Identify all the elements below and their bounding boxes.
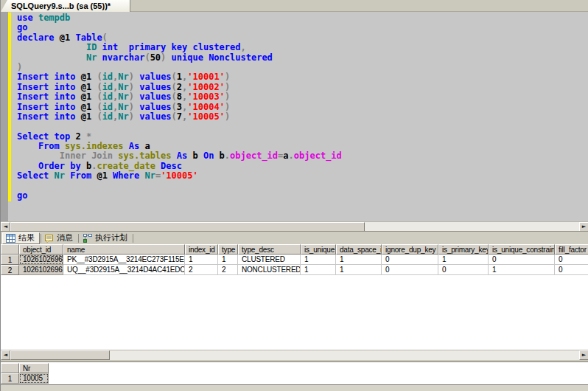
document-tab-bar: SQLQuery9.s...b (sa (55))* — [1, 0, 588, 12]
results-grid-hscrollbar[interactable]: ◄ ► — [1, 350, 588, 360]
tab-execution-plan[interactable]: 执行计划 — [80, 232, 132, 244]
grid-cell[interactable]: CLUSTERED — [238, 255, 301, 265]
grid-cell[interactable]: UQ__#3D2915A__3214D4AC41EDCAC5 — [63, 265, 185, 275]
code-line: ID int primary key clustered, — [17, 43, 342, 52]
code-line: Insert into @1 (id,Nr) values(3,'10004') — [17, 103, 342, 112]
grid-cell[interactable]: 1 — [336, 255, 382, 265]
grid-cell[interactable]: 1 — [218, 255, 238, 265]
grid-corner-cell[interactable] — [1, 363, 19, 373]
column-header-data_space_id[interactable]: data_space_id — [336, 244, 382, 255]
grid-cell[interactable]: 0 — [382, 265, 438, 275]
code-line: Insert into @1 (id,Nr) values(7,'10005') — [17, 112, 342, 122]
grid-cell[interactable]: 2 — [185, 265, 218, 275]
column-header-type[interactable]: type — [218, 244, 238, 255]
code-line: Insert into @1 (id,Nr) values(1,'10001') — [17, 72, 342, 82]
code-line: Inner Join sys.tables As b On b.object_i… — [17, 151, 342, 161]
document-tab[interactable]: SQLQuery9.s...b (sa (55))* — [1, 0, 130, 12]
grid-cell[interactable]: PK__#3D2915A__3214EC273F115E1A — [63, 255, 185, 265]
results-grid-icon — [6, 234, 15, 243]
column-header-fill_factor[interactable]: fill_factor — [555, 244, 588, 255]
editor-hscrollbar[interactable]: ◄ ► — [1, 221, 588, 231]
tab-separator — [133, 234, 133, 243]
tab-messages-label: 消息 — [57, 232, 73, 243]
results-grid-hscrollbar-thumb[interactable] — [10, 350, 110, 360]
tab-execution-plan-label: 执行计划 — [95, 232, 127, 243]
column-header-object_id[interactable]: object_id — [19, 244, 63, 255]
code-line: ) — [17, 63, 342, 72]
grid-cell[interactable]: NONCLUSTERED — [238, 265, 301, 275]
grid-corner-cell[interactable] — [1, 244, 19, 255]
row-header[interactable]: 2 — [1, 265, 19, 275]
grid-cell[interactable]: 2 — [218, 265, 238, 275]
grid-cell[interactable]: 10005 — [19, 373, 49, 384]
code-line: go — [17, 191, 342, 201]
editor-indicator-margin — [1, 12, 8, 221]
grid-cell[interactable]: 1 — [336, 265, 382, 275]
grid-cell[interactable]: 0 — [438, 265, 489, 275]
ssms-window: SQLQuery9.s...b (sa (55))* use tempdbgod… — [0, 0, 588, 391]
grid-cell[interactable]: 0 — [489, 255, 555, 265]
code-line — [17, 122, 342, 131]
grid-cell[interactable]: 0 — [382, 255, 438, 265]
grid-cell[interactable]: 1 — [438, 255, 489, 265]
tab-results[interactable]: 结果 — [2, 232, 40, 244]
messages-icon — [45, 234, 54, 243]
tab-separator — [78, 234, 79, 243]
code-line: Insert into @1 (id,Nr) values(8,'10003') — [17, 92, 342, 102]
execution-plan-icon — [83, 234, 92, 243]
grid-cell[interactable]: 1 — [301, 255, 336, 265]
row-header[interactable]: 1 — [1, 373, 19, 384]
column-header-ignore_dup_key[interactable]: ignore_dup_key — [382, 244, 438, 255]
column-header-is_primary_key[interactable]: is_primary_key — [438, 244, 489, 255]
code-line: Nr nvarchar(50) unique Nonclustered — [17, 53, 342, 63]
code-line — [17, 181, 342, 191]
scroll-right-icon[interactable]: ► — [579, 350, 588, 360]
results-grid: object_idnameindex_idtypetype_descis_uni… — [1, 244, 588, 275]
grid-cell[interactable]: 0 — [555, 255, 588, 265]
code-line: go — [17, 23, 342, 32]
sql-editor[interactable]: use tempdbgodeclare @1 Table( ID int pri… — [1, 12, 588, 221]
results-grid2-pane: Nr110005 — [1, 363, 588, 384]
results-grid2: Nr110005 — [1, 363, 588, 384]
code-line: From sys.indexes As a — [17, 142, 342, 151]
row-header[interactable]: 1 — [1, 255, 19, 265]
editor-change-tracking-bar — [8, 13, 11, 201]
result-grids-splitter[interactable] — [1, 360, 588, 362]
code-line: Order by b.create_date Desc — [17, 162, 342, 171]
grid-cell[interactable]: 1 — [185, 255, 218, 265]
tab-messages[interactable]: 消息 — [42, 232, 77, 244]
code-line: declare @1 Table( — [17, 33, 342, 43]
code-line: use tempdb — [17, 13, 342, 23]
code-line: Select top 2 * — [17, 132, 342, 142]
grid-row: 21026102696UQ__#3D2915A__3214D4AC41EDCAC… — [1, 265, 588, 275]
grid-cell[interactable]: 1 — [301, 265, 336, 275]
document-tab-title: SQLQuery9.s...b (sa (55))* — [11, 1, 111, 10]
column-header-is_unique_constraint[interactable]: is_unique_constraint — [489, 244, 555, 255]
tab-results-label: 结果 — [18, 232, 35, 243]
column-header-index_id[interactable]: index_id — [185, 244, 218, 255]
grid-cell[interactable]: 1026102696 — [19, 255, 63, 265]
grid-cell[interactable]: 1 — [489, 265, 555, 275]
code-line: Select Nr From @1 Where Nr='10005' — [17, 171, 342, 181]
column-header-type_desc[interactable]: type_desc — [238, 244, 301, 255]
tab-separator — [41, 234, 41, 243]
grid-row: 11026102696PK__#3D2915A__3214EC273F115E1… — [1, 255, 588, 265]
scroll-left-icon[interactable]: ◄ — [1, 350, 10, 360]
results-grid-pane: object_idnameindex_idtypetype_descis_uni… — [1, 244, 588, 350]
grid-cell[interactable]: 0 — [555, 265, 588, 275]
results-tab-bar: 结果 消息 执行计划 — [1, 231, 588, 244]
column-header-name[interactable]: name — [63, 244, 185, 255]
code-line: Insert into @1 (id,Nr) values(2,'10002') — [17, 83, 342, 92]
grid-cell[interactable]: 1026102696 — [19, 265, 63, 275]
column-header-Nr[interactable]: Nr — [19, 363, 49, 373]
bottom-strip — [1, 384, 588, 391]
grid-row: 110005 — [1, 373, 588, 384]
sql-code-text: use tempdbgodeclare @1 Table( ID int pri… — [17, 13, 342, 201]
column-header-is_unique[interactable]: is_unique — [301, 244, 336, 255]
